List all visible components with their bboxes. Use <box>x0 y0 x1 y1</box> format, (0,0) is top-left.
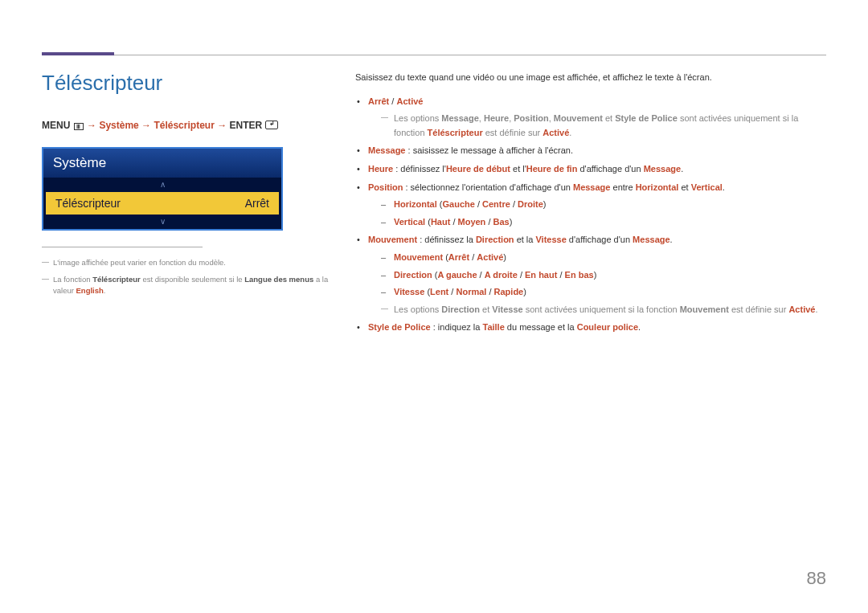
header-divider <box>42 55 826 55</box>
sub-mouvement: Mouvement (Arrêt / Activé) <box>381 251 826 265</box>
chevron-up-icon: ∧ <box>43 178 281 192</box>
sub-vertical: Vertical (Haut / Moyen / Bas) <box>381 215 826 230</box>
right-column: Saisissez du texte quand une vidéo ou un… <box>355 71 826 339</box>
note-enable: Les options Message, Heure, Position, Mo… <box>381 112 826 140</box>
osd-title: Système <box>43 149 281 178</box>
osd-item-label: Téléscripteur <box>55 197 121 210</box>
fn2-g: . <box>104 286 106 295</box>
footnote-2: La fonction Téléscripteur est disponible… <box>42 274 331 296</box>
bullet-heure: Heure : définissez l'Heure de début et l… <box>355 162 826 177</box>
osd-selected-row: Téléscripteur Arrêt <box>46 192 279 215</box>
osd-preview: Système ∧ Téléscripteur Arrêt ∨ <box>42 147 283 231</box>
chevron-down-icon: ∨ <box>43 215 281 229</box>
note-mouvement: Les options Direction et Vitesse sont ac… <box>381 303 826 317</box>
left-column: Téléscripteur MENU Ⅲ → Système → Téléscr… <box>42 71 331 339</box>
nav-part-2: Téléscripteur <box>154 120 214 131</box>
nav-path: MENU Ⅲ → Système → Téléscripteur → ENTER <box>42 120 331 131</box>
fn2-f: English <box>76 286 104 295</box>
footnote-1: L'image affichée peut varier en fonction… <box>42 257 331 268</box>
fn2-a: La fonction <box>53 275 92 284</box>
header-accent <box>42 52 114 55</box>
fn2-c: est disponible seulement si le <box>141 275 244 284</box>
bullet-onoff: Arrêt / Activé Les options Message, Heur… <box>355 95 826 141</box>
sub-direction: Direction (A gauche / A droite / En haut… <box>381 268 826 283</box>
bullet-mouvement: Mouvement : définissez la Direction et l… <box>355 233 826 317</box>
fn2-b: Téléscripteur <box>92 275 141 284</box>
osd-item-value: Arrêt <box>245 197 269 210</box>
nav-enter-label: ENTER <box>230 120 263 131</box>
separator-line <box>42 247 203 247</box>
nav-arrow-3: → <box>217 120 227 131</box>
b1-off: Arrêt <box>368 96 389 106</box>
page-number: 88 <box>807 568 826 589</box>
main-list: Arrêt / Activé Les options Message, Heur… <box>355 95 826 335</box>
menu-icon: Ⅲ <box>74 123 84 130</box>
fn2-d: Langue des menus <box>244 275 313 284</box>
bullet-style: Style de Police : indiquez la Taille du … <box>355 321 826 335</box>
section-title: Téléscripteur <box>42 71 331 96</box>
nav-arrow-2: → <box>141 120 151 131</box>
enter-icon <box>265 121 278 129</box>
page-body: Téléscripteur MENU Ⅲ → Système → Téléscr… <box>42 71 826 339</box>
nav-menu-label: MENU <box>42 120 70 131</box>
bullet-message: Message : saisissez le message à affiche… <box>355 144 826 158</box>
nav-part-1: Système <box>99 120 138 131</box>
intro-text: Saisissez du texte quand une vidéo ou un… <box>355 71 826 85</box>
sub-vitesse: Vitesse (Lent / Normal / Rapide) <box>381 285 826 300</box>
bullet-position: Position : sélectionnez l'orientation d'… <box>355 181 826 230</box>
nav-arrow-1: → <box>87 120 96 131</box>
b1-on: Activé <box>396 96 423 106</box>
sub-horizontal: Horizontal (Gauche / Centre / Droite) <box>381 198 826 212</box>
